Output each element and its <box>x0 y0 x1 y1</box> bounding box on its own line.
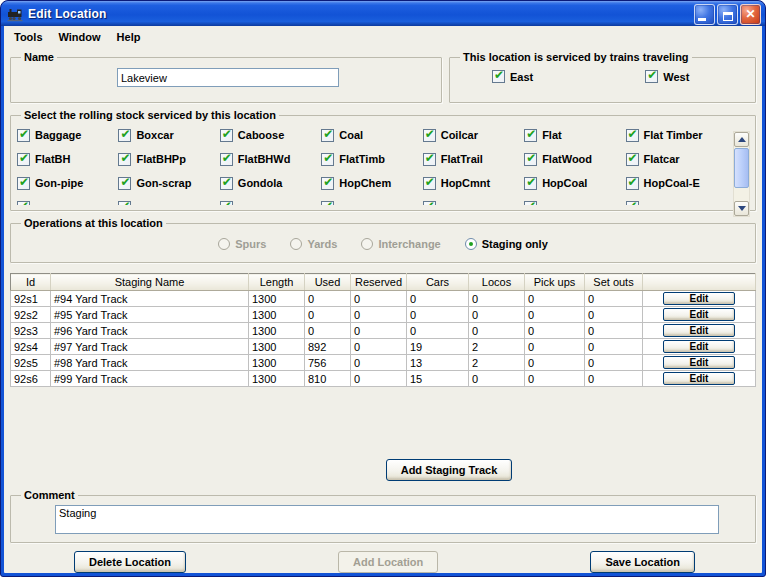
operations-radio-staging-only[interactable]: Staging only <box>465 238 548 250</box>
edit-button[interactable]: Edit <box>663 340 735 353</box>
table-cell[interactable]: 0 <box>525 371 585 387</box>
table-cell[interactable]: 0 <box>469 323 525 339</box>
table-cell[interactable]: 0 <box>407 323 469 339</box>
rolling-stock-checkbox-partial[interactable] <box>321 201 422 206</box>
edit-button[interactable]: Edit <box>663 292 735 305</box>
rolling-stock-checkbox-partial[interactable] <box>118 201 219 206</box>
table-cell[interactable]: 15 <box>407 371 469 387</box>
table-cell[interactable]: 92s3 <box>11 323 51 339</box>
table-header-cell[interactable]: Staging Name <box>51 274 249 291</box>
table-cell[interactable]: #96 Yard Track <box>51 323 249 339</box>
east-checkbox[interactable]: East <box>492 70 533 83</box>
table-cell[interactable]: 0 <box>585 307 643 323</box>
table-cell[interactable]: 0 <box>585 355 643 371</box>
rolling-stock-scrollbar[interactable] <box>733 131 750 217</box>
rolling-stock-checkbox[interactable]: FlatBH <box>17 153 118 166</box>
table-cell[interactable]: 0 <box>305 291 351 307</box>
rolling-stock-checkbox[interactable]: HopChem <box>321 177 422 190</box>
table-header-cell[interactable]: Length <box>249 274 305 291</box>
add-staging-track-button[interactable]: Add Staging Track <box>386 459 513 481</box>
scrollbar-thumb[interactable] <box>734 148 749 188</box>
table-cell[interactable]: 0 <box>351 307 407 323</box>
table-cell[interactable]: 0 <box>469 371 525 387</box>
table-header-cell[interactable]: Locos <box>469 274 525 291</box>
rolling-stock-checkbox[interactable]: Flat Timber <box>626 129 727 142</box>
table-header-cell[interactable]: Pick ups <box>525 274 585 291</box>
rolling-stock-checkbox-partial[interactable] <box>220 201 321 206</box>
rolling-stock-checkbox-partial[interactable] <box>423 201 524 206</box>
save-location-button[interactable]: Save Location <box>590 551 695 573</box>
rolling-stock-checkbox[interactable]: Flatcar <box>626 153 727 166</box>
rolling-stock-checkbox[interactable]: Boxcar <box>118 129 219 142</box>
table-cell[interactable]: 92s2 <box>11 307 51 323</box>
table-cell[interactable]: 756 <box>305 355 351 371</box>
rolling-stock-checkbox[interactable]: FlatWood <box>524 153 625 166</box>
rolling-stock-checkbox-partial[interactable] <box>17 201 118 206</box>
rolling-stock-checkbox[interactable]: Coal <box>321 129 422 142</box>
edit-button[interactable]: Edit <box>663 356 735 369</box>
west-checkbox[interactable]: West <box>645 70 689 83</box>
scroll-up-button[interactable] <box>734 132 749 147</box>
maximize-button[interactable] <box>717 4 738 25</box>
rolling-stock-checkbox[interactable]: Gondola <box>220 177 321 190</box>
rolling-stock-checkbox[interactable]: Flat <box>524 129 625 142</box>
table-cell[interactable]: 13 <box>407 355 469 371</box>
table-cell[interactable]: 0 <box>305 307 351 323</box>
table-cell[interactable]: 1300 <box>249 291 305 307</box>
table-cell[interactable]: 0 <box>351 355 407 371</box>
table-header-cell[interactable]: Cars <box>407 274 469 291</box>
edit-button[interactable]: Edit <box>663 308 735 321</box>
scroll-down-button[interactable] <box>734 201 749 216</box>
table-cell[interactable]: 92s4 <box>11 339 51 355</box>
menu-tools[interactable]: Tools <box>14 31 43 43</box>
table-cell[interactable]: 2 <box>469 355 525 371</box>
table-cell[interactable]: 19 <box>407 339 469 355</box>
comment-input[interactable]: Staging <box>55 505 719 534</box>
table-cell[interactable]: 0 <box>407 291 469 307</box>
edit-button[interactable]: Edit <box>663 372 735 385</box>
table-cell[interactable]: 0 <box>305 323 351 339</box>
table-cell[interactable]: 2 <box>469 339 525 355</box>
table-cell[interactable]: 0 <box>407 307 469 323</box>
table-cell[interactable]: 0 <box>469 307 525 323</box>
table-cell[interactable]: 1300 <box>249 355 305 371</box>
rolling-stock-checkbox[interactable]: HopCoal-E <box>626 177 727 190</box>
rolling-stock-checkbox[interactable]: FlatBHPp <box>118 153 219 166</box>
table-cell[interactable]: 92s5 <box>11 355 51 371</box>
table-cell[interactable]: 0 <box>525 291 585 307</box>
table-cell[interactable]: 92s6 <box>11 371 51 387</box>
table-cell[interactable]: 0 <box>525 323 585 339</box>
rolling-stock-checkbox[interactable]: Gon-pipe <box>17 177 118 190</box>
table-cell[interactable]: #98 Yard Track <box>51 355 249 371</box>
table-cell[interactable]: 0 <box>585 291 643 307</box>
rolling-stock-checkbox-partial[interactable] <box>524 201 625 206</box>
table-cell[interactable]: 810 <box>305 371 351 387</box>
table-cell[interactable]: #95 Yard Track <box>51 307 249 323</box>
table-cell[interactable]: 0 <box>525 355 585 371</box>
titlebar[interactable]: Edit Location ✕ <box>1 1 765 26</box>
table-cell[interactable]: 0 <box>351 371 407 387</box>
table-header-cell[interactable]: Set outs <box>585 274 643 291</box>
table-cell[interactable]: 0 <box>525 339 585 355</box>
menu-help[interactable]: Help <box>117 31 141 43</box>
table-cell[interactable]: 1300 <box>249 371 305 387</box>
table-cell[interactable]: 0 <box>351 323 407 339</box>
table-cell[interactable]: 1300 <box>249 307 305 323</box>
rolling-stock-checkbox[interactable]: Caboose <box>220 129 321 142</box>
menu-window[interactable]: Window <box>59 31 101 43</box>
location-name-input[interactable] <box>117 68 339 87</box>
minimize-button[interactable] <box>694 4 715 25</box>
table-header-cell[interactable]: Used <box>305 274 351 291</box>
table-cell[interactable]: 0 <box>351 339 407 355</box>
rolling-stock-checkbox[interactable]: Coilcar <box>423 129 524 142</box>
table-cell[interactable]: 92s1 <box>11 291 51 307</box>
rolling-stock-checkbox[interactable]: FlatBHWd <box>220 153 321 166</box>
delete-location-button[interactable]: Delete Location <box>74 551 186 573</box>
table-cell[interactable]: 0 <box>585 323 643 339</box>
table-cell[interactable]: 0 <box>585 339 643 355</box>
table-cell[interactable]: 0 <box>351 291 407 307</box>
rolling-stock-checkbox[interactable]: FlatTrail <box>423 153 524 166</box>
table-cell[interactable]: 1300 <box>249 323 305 339</box>
table-cell[interactable]: #94 Yard Track <box>51 291 249 307</box>
rolling-stock-checkbox[interactable]: FlatTimb <box>321 153 422 166</box>
